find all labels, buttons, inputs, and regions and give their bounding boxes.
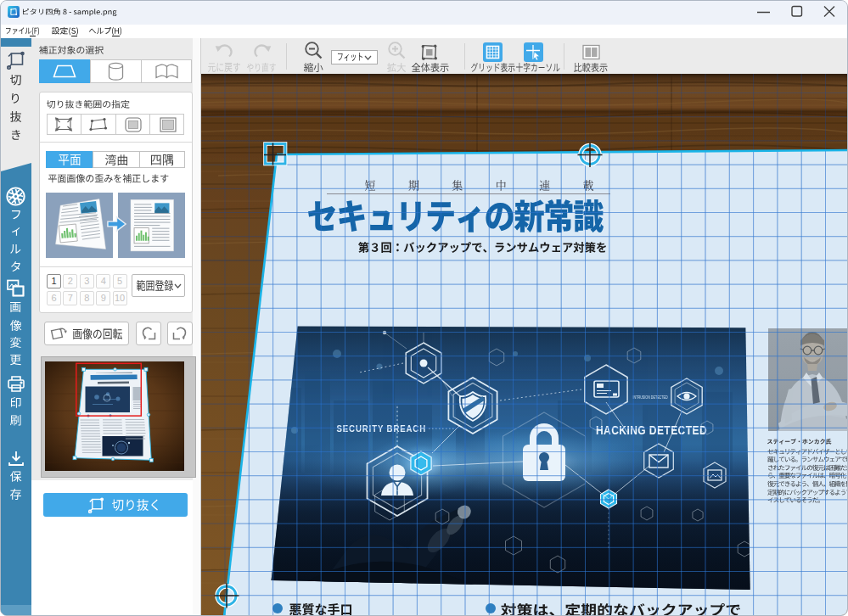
svg-text:HACKING DETECTED: HACKING DETECTED bbox=[596, 423, 707, 437]
svg-text:SECURITY BREACH: SECURITY BREACH bbox=[337, 423, 427, 434]
svg-text:INTRUSION DETECTED: INTRUSION DETECTED bbox=[633, 395, 669, 400]
